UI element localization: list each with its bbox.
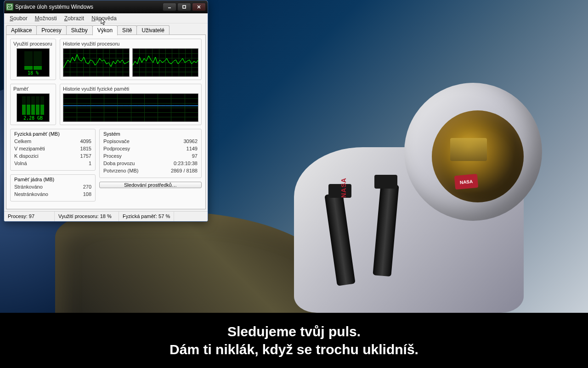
svg-rect-2 — [183, 6, 186, 8]
status-memory: Fyzická paměť: 57 % — [119, 212, 174, 221]
system-title: Systém — [103, 131, 198, 137]
cpu-history-label: Historie využití procesoru — [63, 41, 198, 46]
statusbar: Procesy: 97 Využití procesoru: 18 % Fyzi… — [4, 211, 208, 221]
menu-file[interactable]: Soubor — [6, 14, 31, 23]
system-threads: 1149 — [187, 145, 198, 153]
memory-gauge: 2,28 GB — [17, 93, 50, 122]
memory-history-box: Historie využití fyzické paměti — [60, 84, 202, 125]
tab-performance[interactable]: Výkon — [92, 25, 118, 35]
memory-history-chart — [63, 93, 198, 122]
cpu-history-chart-0 — [63, 48, 130, 77]
kernel-paged: 270 — [83, 184, 91, 191]
kernel-memory-box: Paměť jádra (MB) Stránkováno270 Nestránk… — [10, 174, 96, 201]
status-cpu: Využití procesoru: 18 % — [55, 212, 119, 221]
system-uptime: 0:23:10:38 — [174, 160, 198, 167]
tab-services[interactable]: Služby — [66, 25, 93, 35]
nasa-badge: NASA — [454, 174, 478, 190]
window-title: Správce úloh systému Windows — [15, 4, 163, 10]
system-handles: 30962 — [183, 138, 198, 145]
kernel-mem-title: Paměť jádra (MB) — [14, 177, 91, 182]
tab-applications[interactable]: Aplikace — [6, 25, 37, 35]
status-processes: Procesy: 97 — [4, 212, 55, 221]
menu-options[interactable]: Možnosti — [31, 14, 61, 23]
cpu-usage-box: Využití procesoru 18 % — [10, 39, 56, 80]
kernel-nonpaged: 108 — [83, 191, 91, 198]
memory-label: Paměť — [13, 86, 53, 92]
phys-mem-cached: 1815 — [80, 145, 91, 153]
menu-view[interactable]: Zobrazit — [61, 14, 88, 23]
cpu-history-chart-1 — [132, 48, 199, 77]
menu-help[interactable]: Nápověda — [88, 14, 120, 23]
physical-memory-box: Fyzická paměť (MB) Celkem4095 V mezipamě… — [10, 129, 96, 171]
menubar: Soubor Možnosti Zobrazit Nápověda — [4, 13, 208, 23]
cpu-usage-label: Využití procesoru — [13, 41, 53, 46]
phys-mem-title: Fyzická paměť (MB) — [14, 131, 91, 137]
system-commit: 2869 / 8188 — [171, 167, 198, 175]
astronaut: NASA NASA — [248, 55, 570, 313]
tabbar: Aplikace Procesy Služby Výkon Sítě Uživa… — [4, 23, 208, 35]
subtitle-line-1: Sledujeme tvůj puls. — [227, 322, 361, 340]
tab-users[interactable]: Uživatelé — [136, 25, 169, 35]
resource-monitor-button[interactable]: Sledování prostředků… — [99, 182, 202, 188]
close-button[interactable] — [192, 3, 206, 11]
subtitle-line-2: Dám ti niklák, když se trochu uklidníš. — [170, 340, 418, 358]
phys-mem-free: 1 — [89, 160, 91, 167]
system-box: Systém Popisovače30962 Podprocesy1149 Pr… — [99, 129, 202, 178]
maximize-button[interactable] — [177, 3, 191, 11]
nasa-arm-badge: NASA — [340, 178, 347, 198]
taskmgr-icon — [6, 3, 13, 11]
phys-mem-avail: 1757 — [80, 153, 91, 160]
system-processes: 97 — [192, 153, 198, 160]
memory-box: Paměť 2,28 GB — [10, 84, 56, 125]
tab-processes[interactable]: Procesy — [36, 25, 66, 35]
movie-subtitle: Sledujeme tvůj puls. Dám ti niklák, když… — [0, 313, 588, 368]
performance-panel: Využití procesoru 18 % Historie využití … — [6, 35, 206, 209]
cpu-history-box: Historie využití procesoru — [60, 39, 202, 80]
titlebar[interactable]: Správce úloh systému Windows — [4, 0, 208, 13]
memory-value: 2,28 GB — [23, 115, 43, 121]
task-manager-window[interactable]: Správce úloh systému Windows Soubor Možn… — [4, 0, 208, 222]
cpu-percent: 18 % — [28, 70, 39, 75]
minimize-button[interactable] — [163, 3, 176, 11]
memory-history-label: Historie využití fyzické paměti — [63, 86, 198, 92]
phys-mem-total: 4095 — [80, 138, 91, 145]
tab-networking[interactable]: Sítě — [117, 25, 137, 35]
cpu-gauge: 18 % — [17, 48, 50, 77]
